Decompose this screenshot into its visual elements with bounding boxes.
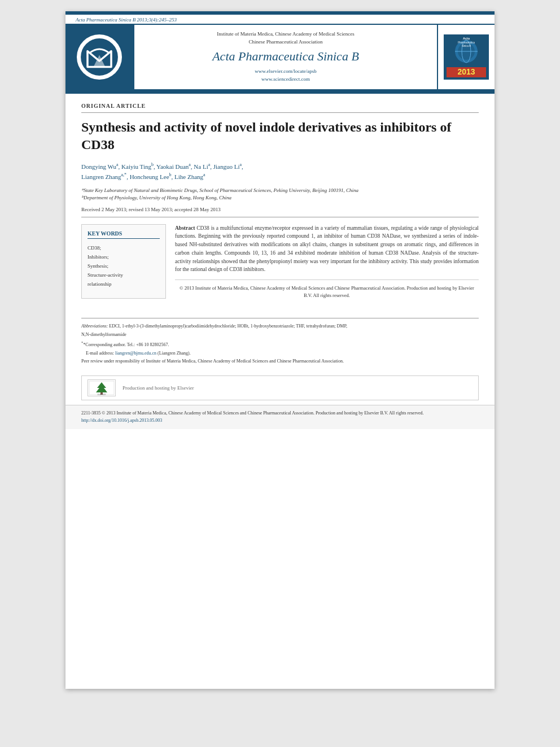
doi-text[interactable]: http://dx.doi.org/10.1016/j.apsb.2013.05… (81, 418, 162, 423)
keyword-3: Synthesis; (88, 261, 160, 270)
abstract-body: CD38 is a multifunctional enzyme/recepto… (175, 225, 479, 273)
svg-text:ELSEVIER: ELSEVIER (98, 394, 107, 396)
header-institute: Institute of Materia Medica, Chinese Aca… (217, 30, 355, 46)
corresponding-note: **Corresponding author. Tel.: +86 10 828… (81, 340, 479, 348)
email-indent (81, 351, 85, 356)
svg-text:Pharmaceutica: Pharmaceutica (458, 41, 475, 44)
affiliations: ᵃState Key Laboratory of Natural and Bio… (81, 187, 479, 202)
acta-badge: Acta Pharmaceutica Sinica B 2013 (444, 34, 489, 80)
keywords-column: KEY WORDS CD38; Inhibitors; Synthesis; S… (81, 224, 166, 299)
email-address[interactable]: liangren@bjmu.edu.cn (115, 351, 156, 356)
keyword-1: CD38; (88, 243, 160, 252)
citation-text: Acta Pharmaceutica Sinica B 2013;3(4):24… (76, 17, 177, 23)
abstract-label: Abstract (175, 225, 195, 231)
peer-review-note: Peer review under responsibility of Inst… (81, 358, 479, 365)
elsevier-logo: ELSEVIER (88, 379, 116, 396)
elsevier-logo-svg: ELSEVIER (88, 380, 115, 396)
copyright-body: © 2013 Institute of Materia Medica, Chin… (180, 285, 474, 298)
corresponding-text: *Corresponding author. Tel.: +86 10 8280… (83, 342, 169, 347)
dmp-text: N,N-dimethylformamide (81, 332, 126, 337)
main-content: ORIGINAL ARTICLE Synthesis and activity … (65, 94, 495, 313)
logo-circle (77, 34, 122, 80)
svg-text:2013: 2013 (457, 67, 475, 76)
page: Acta Pharmaceutica Sinica B 2013;3(4):24… (65, 11, 495, 689)
elsevier-tagline: Production and hosting by Elsevier (123, 385, 194, 391)
abbreviations-text: EDCI, 1-ethyl-3-(3-dimethylaminopropyl)c… (109, 324, 347, 329)
email-person: (Liangren Zhang). (158, 351, 191, 356)
abstract-column: Abstract CD38 is a multifunctional enzym… (175, 224, 479, 299)
footnotes-section: Abbreviations: EDCI, 1-ethyl-3-(3-dimeth… (65, 318, 495, 371)
article-title: Synthesis and activity of novel indole d… (81, 119, 479, 154)
keyword-4: Structure-activity (88, 270, 160, 279)
email-label: E-mail address: (86, 351, 115, 356)
abstract-text: Abstract CD38 is a multifunctional enzym… (175, 224, 479, 274)
abbreviations-note: Abbreviations: EDCI, 1-ethyl-3-(3-dimeth… (81, 323, 479, 330)
svg-text:Acta: Acta (463, 37, 470, 40)
authors-list: Dongying Wua, Kaiyiu Tingb, Yaokai Duana… (81, 161, 479, 182)
journal-left-logo (65, 25, 133, 89)
journal-title-header: Acta Pharmaceutica Sinica B (212, 49, 359, 64)
affiliation-a: ᵃState Key Laboratory of Natural and Bio… (81, 187, 358, 193)
url2[interactable]: www.sciencedirect.com (261, 76, 310, 82)
copyright-text: © 2013 Institute of Materia Medica, Chin… (175, 279, 479, 299)
doi-line: http://dx.doi.org/10.1016/j.apsb.2013.05… (81, 417, 479, 425)
email-note: E-mail address: liangren@bjmu.edu.cn (Li… (81, 350, 479, 357)
institute-line2: Chinese Pharmaceutical Association (249, 39, 323, 45)
svg-text:Sinica B: Sinica B (462, 45, 471, 47)
header-right-logo: Acta Pharmaceutica Sinica B 2013 (438, 25, 495, 89)
institute-line1: Institute of Materia Medica, Chinese Aca… (217, 31, 355, 37)
author-liangren: Liangren Zhanga,*, Honcheung Leeb, Lihe … (81, 173, 205, 180)
header-center: Institute of Materia Medica, Chinese Aca… (133, 25, 438, 89)
affiliation-b: ᵇDepartment of Physiology, University of… (81, 195, 231, 200)
issn-line: 2211-3835 © 2013 Institute of Materia Me… (81, 410, 479, 417)
keywords-title: KEY WORDS (88, 230, 160, 239)
article-type-label: ORIGINAL ARTICLE (81, 103, 479, 113)
received-line: Received 2 May 2013; revised 13 May 2013… (81, 207, 479, 217)
url1[interactable]: www.elsevier.com/locate/apsb (255, 68, 316, 74)
keyword-2: Inhibitors; (88, 252, 160, 261)
bottom-info-section: 2211-3835 © 2013 Institute of Materia Me… (65, 405, 495, 429)
dmp-line: N,N-dimethylformamide (81, 331, 479, 339)
header-area: Institute of Materia Medica, Chinese Aca… (65, 24, 495, 90)
author-dongying: Dongying Wua, Kaiyiu Tingb, Yaokai Duana… (81, 163, 243, 170)
abbreviations-label: Abbreviations: (81, 324, 108, 329)
keywords-abstract-section: KEY WORDS CD38; Inhibitors; Synthesis; S… (81, 224, 479, 299)
keyword-5: relationship (88, 279, 160, 289)
elsevier-footer: ELSEVIER Production and hosting by Elsev… (81, 375, 479, 400)
journal-logo-svg (80, 37, 119, 77)
citation-line: Acta Pharmaceutica Sinica B 2013;3(4):24… (65, 15, 495, 24)
header-urls: www.elsevier.com/locate/apsb www.science… (255, 67, 316, 84)
keywords-list: CD38; Inhibitors; Synthesis; Structure-a… (88, 243, 160, 289)
badge-svg: Acta Pharmaceutica Sinica B 2013 (444, 34, 489, 80)
